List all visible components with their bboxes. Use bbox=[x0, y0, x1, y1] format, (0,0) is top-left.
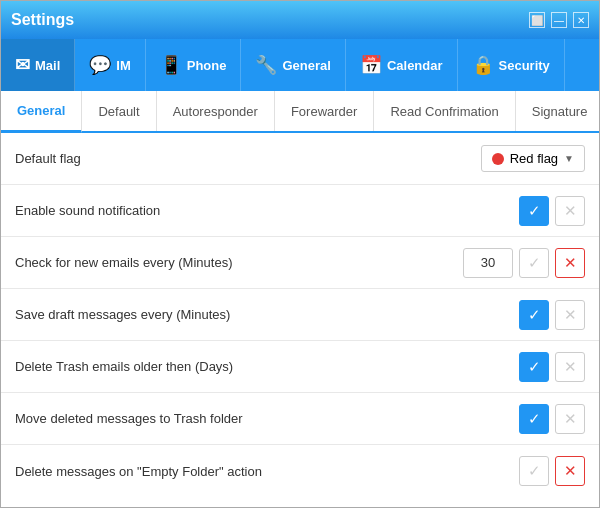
nav-label-mail: Mail bbox=[35, 58, 60, 73]
label-delete-trash: Delete Trash emails older then (Days) bbox=[15, 359, 233, 374]
nav-item-im[interactable]: 💬 IM bbox=[75, 39, 145, 91]
tab-default[interactable]: Default bbox=[82, 91, 156, 131]
check-save-draft[interactable]: ✓ bbox=[519, 300, 549, 330]
titlebar: Settings ⬜ — ✕ bbox=[1, 1, 599, 39]
tab-read-confirmation[interactable]: Read Confrimation bbox=[374, 91, 515, 131]
row-check-emails: Check for new emails every (Minutes) ✓ ✕ bbox=[1, 237, 599, 289]
nav-label-im: IM bbox=[116, 58, 130, 73]
im-icon: 💬 bbox=[89, 54, 111, 76]
flag-label: Red flag bbox=[510, 151, 558, 166]
restore-button[interactable]: ⬜ bbox=[529, 12, 545, 28]
chevron-down-icon: ▼ bbox=[564, 153, 574, 164]
settings-window: Settings ⬜ — ✕ ✉ Mail 💬 IM 📱 Phone 🔧 Gen… bbox=[0, 0, 600, 508]
close-button[interactable]: ✕ bbox=[573, 12, 589, 28]
tab-general[interactable]: General bbox=[1, 91, 82, 133]
controls-move-deleted: ✓ ✕ bbox=[519, 404, 585, 434]
main-nav: ✉ Mail 💬 IM 📱 Phone 🔧 General 📅 Calendar… bbox=[1, 39, 599, 91]
row-delete-trash: Delete Trash emails older then (Days) ✓ … bbox=[1, 341, 599, 393]
label-delete-messages: Delete messages on "Empty Folder" action bbox=[15, 464, 262, 479]
label-check-emails: Check for new emails every (Minutes) bbox=[15, 255, 232, 270]
check-delete-trash[interactable]: ✓ bbox=[519, 352, 549, 382]
settings-content: Default flag Red flag ▼ Enable sound not… bbox=[1, 133, 599, 507]
nav-item-calendar[interactable]: 📅 Calendar bbox=[346, 39, 458, 91]
x-delete-messages[interactable]: ✕ bbox=[555, 456, 585, 486]
label-default-flag: Default flag bbox=[15, 151, 81, 166]
wrench-icon: 🔧 bbox=[255, 54, 277, 76]
x-enable-sound[interactable]: ✕ bbox=[555, 196, 585, 226]
label-save-draft: Save draft messages every (Minutes) bbox=[15, 307, 230, 322]
x-delete-trash[interactable]: ✕ bbox=[555, 352, 585, 382]
row-save-draft: Save draft messages every (Minutes) ✓ ✕ bbox=[1, 289, 599, 341]
window-title: Settings bbox=[11, 11, 74, 29]
flag-dot bbox=[492, 153, 504, 165]
nav-item-security[interactable]: 🔒 Security bbox=[458, 39, 565, 91]
controls-enable-sound: ✓ ✕ bbox=[519, 196, 585, 226]
flag-button[interactable]: Red flag ▼ bbox=[481, 145, 585, 172]
label-move-deleted: Move deleted messages to Trash folder bbox=[15, 411, 243, 426]
row-default-flag: Default flag Red flag ▼ bbox=[1, 133, 599, 185]
nav-label-calendar: Calendar bbox=[387, 58, 443, 73]
controls-delete-messages: ✓ ✕ bbox=[519, 456, 585, 486]
phone-icon: 📱 bbox=[160, 54, 182, 76]
window-controls: ⬜ — ✕ bbox=[529, 12, 589, 28]
tab-forewarder[interactable]: Forewarder bbox=[275, 91, 374, 131]
row-move-deleted: Move deleted messages to Trash folder ✓ … bbox=[1, 393, 599, 445]
controls-save-draft: ✓ ✕ bbox=[519, 300, 585, 330]
nav-item-phone[interactable]: 📱 Phone bbox=[146, 39, 242, 91]
x-move-deleted[interactable]: ✕ bbox=[555, 404, 585, 434]
minimize-button[interactable]: — bbox=[551, 12, 567, 28]
mail-icon: ✉ bbox=[15, 54, 30, 76]
nav-label-general: General bbox=[282, 58, 330, 73]
calendar-icon: 📅 bbox=[360, 54, 382, 76]
label-enable-sound: Enable sound notification bbox=[15, 203, 160, 218]
nav-label-security: Security bbox=[499, 58, 550, 73]
sub-tabs: General Default Autoresponder Forewarder… bbox=[1, 91, 599, 133]
row-enable-sound: Enable sound notification ✓ ✕ bbox=[1, 185, 599, 237]
tab-autoresponder[interactable]: Autoresponder bbox=[157, 91, 275, 131]
controls-check-emails: ✓ ✕ bbox=[463, 248, 585, 278]
check-enable-sound[interactable]: ✓ bbox=[519, 196, 549, 226]
check-delete-messages[interactable]: ✓ bbox=[519, 456, 549, 486]
check-check-emails[interactable]: ✓ bbox=[519, 248, 549, 278]
tab-signature[interactable]: Signature bbox=[516, 91, 600, 131]
controls-default-flag: Red flag ▼ bbox=[481, 145, 585, 172]
controls-delete-trash: ✓ ✕ bbox=[519, 352, 585, 382]
check-move-deleted[interactable]: ✓ bbox=[519, 404, 549, 434]
minutes-input[interactable] bbox=[463, 248, 513, 278]
x-save-draft[interactable]: ✕ bbox=[555, 300, 585, 330]
row-delete-messages: Delete messages on "Empty Folder" action… bbox=[1, 445, 599, 497]
nav-item-mail[interactable]: ✉ Mail bbox=[1, 39, 75, 91]
nav-label-phone: Phone bbox=[187, 58, 227, 73]
nav-item-general[interactable]: 🔧 General bbox=[241, 39, 345, 91]
lock-icon: 🔒 bbox=[472, 54, 494, 76]
x-check-emails[interactable]: ✕ bbox=[555, 248, 585, 278]
